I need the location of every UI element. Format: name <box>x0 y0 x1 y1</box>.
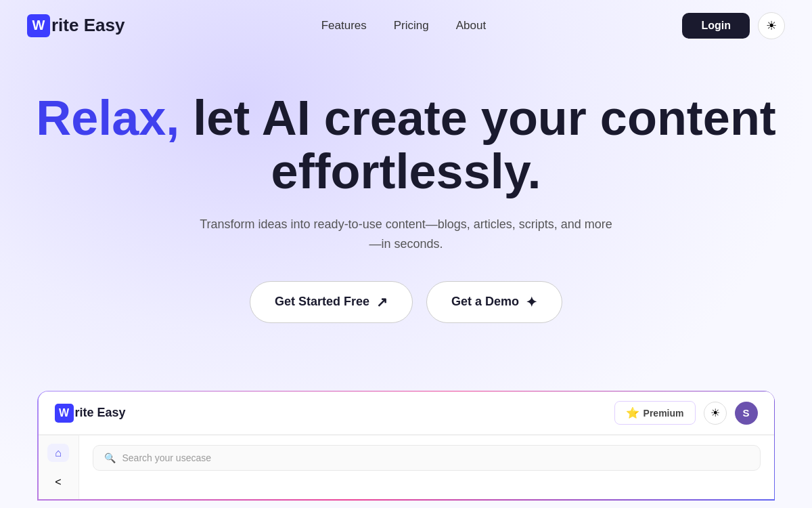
nav-about[interactable]: About <box>456 19 486 33</box>
search-icon: 🔍 <box>104 452 116 463</box>
preview-search-bar[interactable]: 🔍 Search your usecase <box>93 445 761 471</box>
nav-links: Features Pricing About <box>321 19 487 33</box>
search-placeholder-text: Search your usecase <box>122 452 212 463</box>
get-started-button[interactable]: Get Started Free ↗ <box>250 281 413 323</box>
preview-logo-text: rite Easy <box>75 406 126 420</box>
preview-right: ⭐ Premium ☀ S <box>614 401 758 425</box>
nav-pricing[interactable]: Pricing <box>394 19 429 33</box>
hero-title-rest: let AI create your content effortlessly. <box>179 91 776 198</box>
preview-logo-w-icon: W <box>55 404 74 423</box>
user-avatar[interactable]: S <box>735 402 758 425</box>
premium-star-icon: ⭐ <box>626 406 639 419</box>
home-sidebar-icon[interactable]: ⌂ <box>47 444 69 462</box>
get-demo-button[interactable]: Get a Demo ✦ <box>426 281 562 323</box>
get-demo-label: Get a Demo <box>451 295 519 309</box>
get-started-label: Get Started Free <box>275 295 369 309</box>
sparkle-icon: ✦ <box>526 294 537 310</box>
preview-topbar: W rite Easy ⭐ Premium ☀ S <box>39 391 774 435</box>
nav-right: Login ☀ <box>682 12 785 39</box>
logo-w-icon: W <box>27 14 50 37</box>
logo-text: rite Easy <box>51 15 125 36</box>
preview-sidebar: ⌂ < <box>39 436 79 499</box>
navbar: W rite Easy Features Pricing About Login… <box>0 0 812 51</box>
preview-main: 🔍 Search your usecase <box>79 436 774 499</box>
hero-title-highlight: Relax, <box>36 91 179 145</box>
hero-subtitle: Transform ideas into ready-to-use conten… <box>196 215 616 254</box>
app-preview-inner: W rite Easy ⭐ Premium ☀ S ⌂ < 🔍 S <box>39 391 774 499</box>
preview-logo: W rite Easy <box>55 404 126 423</box>
login-button[interactable]: Login <box>682 13 750 39</box>
nav-features[interactable]: Features <box>321 19 367 33</box>
preview-content: ⌂ < 🔍 Search your usecase <box>39 435 774 499</box>
preview-theme-button[interactable]: ☀ <box>704 402 727 425</box>
premium-badge[interactable]: ⭐ Premium <box>614 401 696 425</box>
hero-section: Relax, let AI create your content effort… <box>0 51 812 391</box>
premium-label: Premium <box>644 408 684 419</box>
cta-buttons: Get Started Free ↗ Get a Demo ✦ <box>27 281 785 323</box>
app-preview-wrapper: W rite Easy ⭐ Premium ☀ S ⌂ < 🔍 S <box>37 391 775 501</box>
arrow-up-right-icon: ↗ <box>376 294 388 310</box>
hero-title: Relax, let AI create your content effort… <box>27 91 785 198</box>
logo[interactable]: W rite Easy <box>27 14 125 37</box>
theme-toggle-button[interactable]: ☀ <box>758 12 785 39</box>
back-sidebar-icon[interactable]: < <box>47 473 69 491</box>
